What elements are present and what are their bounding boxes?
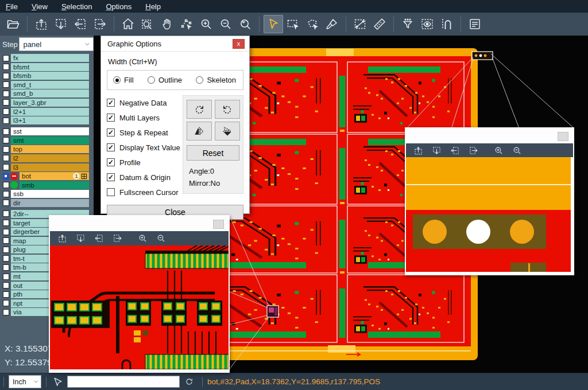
fill-mode-radio[interactable]: Fill: [113, 76, 134, 84]
move-down-button[interactable]: [51, 15, 71, 33]
layer-row[interactable]: smd_t: [0, 81, 94, 89]
report-button[interactable]: [465, 15, 485, 33]
layer-visibility-checkbox[interactable]: [3, 300, 9, 306]
layer-name-cell[interactable]: bot 1: [20, 172, 89, 180]
layer-name-cell[interactable]: bfsmb: [11, 72, 89, 80]
radio-icon[interactable]: [113, 76, 121, 84]
brush-edit-button[interactable]: [322, 15, 342, 33]
checkbox-icon[interactable]: [107, 128, 115, 136]
layer-name-cell[interactable]: sst: [11, 127, 89, 135]
checkbox-icon[interactable]: [107, 173, 115, 181]
move-right-button[interactable]: [466, 145, 481, 157]
option-checkbox-row[interactable]: Multi Layers: [107, 110, 183, 125]
filter-button[interactable]: [398, 15, 417, 33]
close-icon[interactable]: x: [233, 39, 245, 49]
fit-view-home-button[interactable]: [118, 15, 138, 33]
layer-visibility-checkbox[interactable]: [3, 64, 9, 70]
flip-horizontal-button[interactable]: [187, 122, 212, 141]
layer-row[interactable]: sst: [0, 127, 94, 135]
option-checkbox-row[interactable]: Fullscreen Cursor: [107, 185, 183, 200]
layer-visibility-checkbox[interactable]: [3, 164, 9, 170]
layer-visibility-checkbox[interactable]: [3, 229, 9, 235]
layer-visibility-checkbox[interactable]: [3, 264, 9, 271]
layer-visibility-checkbox[interactable]: [3, 99, 9, 106]
layer-name-cell[interactable]: l3+1: [11, 116, 89, 124]
radio-icon[interactable]: [148, 76, 155, 84]
move-left-button[interactable]: [91, 232, 106, 244]
layer-visibility-checkbox[interactable]: [3, 282, 9, 288]
magnifier-popup-top-right[interactable]: [405, 127, 574, 275]
dialog-titlebar[interactable]: Graphic Options x: [101, 36, 249, 52]
ruler-button[interactable]: [370, 15, 389, 33]
layer-name-cell[interactable]: ssb: [11, 190, 89, 198]
checkbox-icon[interactable]: [107, 188, 115, 196]
magnifier-source-top-right[interactable]: [472, 52, 493, 60]
checkbox-icon[interactable]: [107, 114, 115, 122]
zoom-window-button[interactable]: [138, 15, 157, 33]
measure-distance-button[interactable]: [350, 15, 370, 33]
popup-titlebar[interactable]: [406, 128, 573, 143]
flip-vertical-button[interactable]: [215, 122, 240, 141]
move-down-button[interactable]: [73, 232, 88, 244]
radio-icon[interactable]: [196, 76, 203, 84]
magnifier-source-center[interactable]: [267, 306, 278, 317]
option-checkbox-row[interactable]: Profile: [107, 155, 183, 170]
popup-window-button[interactable]: [558, 132, 568, 141]
layer-name-cell[interactable]: smd_b: [11, 89, 89, 98]
layer-name-cell[interactable]: smt: [11, 136, 89, 145]
option-checkbox-row[interactable]: Datum & Origin: [107, 170, 183, 185]
move-up-button[interactable]: [411, 145, 425, 157]
layer-row[interactable]: l2: [0, 154, 94, 162]
zoom-out-button[interactable]: [509, 145, 524, 157]
move-left-button[interactable]: [447, 145, 462, 157]
checkbox-icon[interactable]: [107, 143, 115, 151]
layer-name-cell[interactable]: smb: [20, 181, 89, 189]
rotate-cw-button[interactable]: [187, 100, 212, 119]
fill-mode-radio[interactable]: Outline: [148, 76, 182, 84]
layer-name-cell[interactable]: smd_t: [11, 81, 89, 89]
layer-visibility-checkbox[interactable]: [3, 73, 9, 79]
layer-visibility-checkbox[interactable]: [3, 137, 9, 143]
popup-window-button[interactable]: [213, 220, 224, 229]
open-file-button[interactable]: [3, 15, 23, 33]
menu-item[interactable]: Help: [145, 2, 161, 11]
layer-row[interactable]: layer_3.gbr: [0, 99, 94, 107]
layer-visibility-checkbox[interactable]: [3, 128, 9, 135]
zoom-out-button[interactable]: [216, 15, 235, 33]
magnified-pcb-view[interactable]: [406, 157, 571, 272]
layer-visibility-checkbox[interactable]: [3, 81, 9, 88]
layer-row[interactable]: smt: [0, 136, 94, 145]
move-right-button[interactable]: [110, 232, 125, 244]
layer-row[interactable]: l3: [0, 163, 94, 171]
layer-visibility-checkbox[interactable]: [3, 247, 9, 253]
layer-visibility-checkbox[interactable]: [3, 191, 9, 197]
layer-row[interactable]: ssb: [0, 190, 94, 198]
command-input[interactable]: [67, 376, 180, 388]
view-options-button[interactable]: [417, 15, 437, 33]
layer-row[interactable]: fx: [0, 54, 94, 62]
layer-row[interactable]: l3+1: [0, 116, 94, 124]
reset-button[interactable]: Reset: [187, 145, 239, 161]
popup-titlebar[interactable]: [50, 216, 229, 231]
refresh-icon[interactable]: [184, 377, 194, 387]
layer-visibility-checkbox[interactable]: [3, 146, 9, 153]
layer-name-cell[interactable]: layer_3.gbr: [11, 99, 89, 107]
layer-visibility-checkbox[interactable]: [3, 309, 9, 315]
zoom-out-button[interactable]: [153, 232, 168, 244]
zoom-in-button[interactable]: [135, 232, 150, 244]
layer-row[interactable]: dir: [0, 199, 94, 207]
layer-visibility-checkbox[interactable]: [3, 274, 9, 280]
checkbox-icon[interactable]: [107, 158, 115, 166]
zoom-in-button[interactable]: [491, 145, 506, 157]
magnifier-popup-bottom-left[interactable]: [49, 215, 230, 373]
snap-button[interactable]: [437, 15, 457, 33]
move-up-button[interactable]: [32, 15, 51, 33]
zoom-in-button[interactable]: [196, 15, 216, 33]
layer-visibility-checkbox[interactable]: [3, 173, 9, 180]
layer-visibility-checkbox[interactable]: [3, 91, 9, 97]
layer-row[interactable]: smd_b: [0, 89, 94, 98]
unit-select[interactable]: Inch: [9, 375, 41, 388]
rotate-ccw-button[interactable]: [215, 100, 240, 119]
pan-hand-button[interactable]: [157, 15, 177, 33]
layer-name-cell[interactable]: dir: [11, 199, 89, 207]
